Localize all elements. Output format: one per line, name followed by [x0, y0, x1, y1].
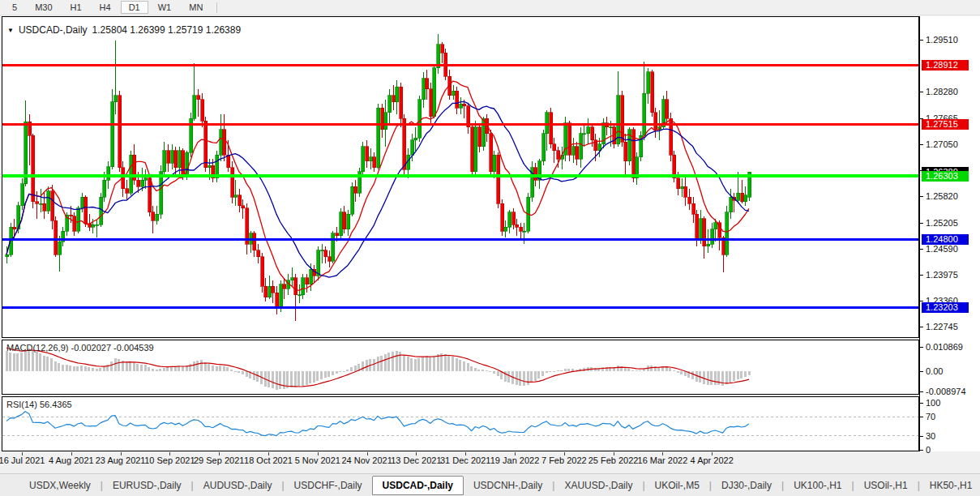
tab-divider: |	[850, 480, 856, 491]
rsi-chart[interactable]	[2, 397, 918, 451]
price-axis[interactable]: 1.295101.282801.276651.270501.264351.258…	[919, 16, 980, 451]
date-label: 16 Jul 2021	[0, 455, 45, 465]
timeframe-button-d1[interactable]: D1	[121, 1, 148, 14]
price-tick-dash	[920, 327, 923, 327]
macd-panel[interactable]: MACD(12,26,9) -0.002027 -0.004539	[2, 340, 919, 395]
hline-price-label: 1.24800	[922, 234, 969, 245]
tab-hk50-h1[interactable]: HK50-,H1	[922, 477, 980, 494]
date-label: 4 Aug 2021	[49, 455, 94, 465]
price-tick: 1.25205	[926, 218, 958, 229]
price-tick-dash	[920, 223, 923, 224]
hline-price-label: 1.28912	[922, 60, 969, 71]
mt4-window: 5M30H1H4D1W1MN ▼ USDCAD-,Daily 1.25804 1…	[0, 0, 980, 496]
rsi-tick: 30	[926, 431, 935, 442]
rsi-panel[interactable]: RSI(14) 56.4365	[2, 396, 919, 451]
tab-divider: |	[190, 480, 195, 491]
date-axis[interactable]: 16 Jul 20214 Aug 202123 Aug 202110 Sep 2…	[2, 452, 919, 472]
timeframe-button-5[interactable]: 5	[4, 1, 25, 14]
chart-title-row: ▼ USDCAD-,Daily 1.25804 1.26399 1.25719 …	[7, 24, 241, 36]
date-label: 18 Oct 2021	[244, 455, 293, 465]
tab-divider: |	[99, 480, 105, 491]
timeframe-button-h4[interactable]: H4	[92, 1, 119, 14]
price-tick-dash	[920, 275, 923, 276]
price-tick-dash	[920, 196, 923, 197]
chart-ohlc-values: 1.25804 1.26399 1.25719 1.26389	[92, 24, 242, 36]
macd-tick: -0.008974	[926, 387, 966, 397]
date-label: 25 Feb 2022	[588, 455, 639, 465]
rsi-tick-dash	[920, 450, 923, 451]
macd-tick: 0.00	[926, 366, 943, 377]
tab-divider: |	[550, 480, 556, 491]
price-tick-dash	[920, 144, 923, 145]
price-tick-dash	[920, 249, 923, 250]
timeframe-button-mn[interactable]: MN	[181, 1, 211, 14]
date-label: 4 Apr 2022	[691, 455, 734, 465]
rsi-tick: 100	[926, 398, 940, 408]
tab-divider: |	[640, 480, 646, 491]
price-tick: 1.29510	[926, 35, 958, 45]
price-tick-dash	[920, 40, 923, 41]
price-tick: 1.28280	[926, 87, 958, 97]
date-label: 23 Aug 2021	[96, 455, 146, 465]
macd-tick-dash	[920, 371, 923, 372]
tab-xauusd-daily[interactable]: XAUUSD-,Daily	[556, 477, 640, 494]
date-label: 24 Nov 2021	[341, 455, 392, 465]
tab-usdchf-daily[interactable]: USDCHF-,Daily	[286, 477, 370, 494]
date-label: 13 Dec 2021	[391, 455, 441, 465]
tab-uk100-h1[interactable]: UK100-,H1	[785, 477, 849, 494]
macd-label: MACD(12,26,9) -0.002027 -0.004539	[6, 343, 154, 353]
macd-tick: 0.010869	[926, 342, 963, 353]
price-tick: 1.23975	[926, 270, 958, 280]
price-tick: 1.25820	[926, 191, 958, 202]
tab-eurusd-daily[interactable]: EURUSD-,Daily	[105, 477, 190, 494]
tab-divider: |	[708, 480, 713, 491]
timeframe-button-m30[interactable]: M30	[27, 1, 60, 14]
hline-price-label: 1.23203	[922, 302, 969, 313]
candlestick-chart[interactable]	[2, 17, 918, 337]
timeframe-button-w1[interactable]: W1	[150, 1, 180, 14]
main-chart-panel[interactable]: ▼ USDCAD-,Daily 1.25804 1.26399 1.25719 …	[2, 16, 919, 338]
chart-tab-bar: USDX,Weekly|EURUSD-,Daily|AUDUSD-,Daily|…	[0, 473, 980, 496]
date-label: 10 Sep 2021	[144, 455, 195, 465]
tab-usdcad-daily[interactable]: USDCAD-,Daily	[372, 476, 464, 495]
date-label: 5 Nov 2021	[295, 455, 340, 465]
rsi-label: RSI(14) 56.4365	[6, 400, 72, 409]
timeframe-button-h1[interactable]: H1	[62, 1, 90, 14]
rsi-tick-dash	[920, 436, 923, 437]
collapse-chart-icon[interactable]: ▼	[7, 27, 14, 34]
tab-divider: |	[916, 480, 922, 491]
price-tick: 1.24590	[926, 244, 958, 254]
price-tick: 1.27050	[926, 139, 958, 150]
macd-tick-dash	[920, 347, 923, 348]
tab-audusd-daily[interactable]: AUDUSD-,Daily	[195, 477, 280, 494]
hline-price-label: 1.27515	[922, 119, 969, 130]
chart-symbol-label: USDCAD-,Daily	[19, 24, 88, 36]
tab-usdcnh-daily[interactable]: USDCNH-,Daily	[465, 477, 550, 494]
price-tick-dash	[920, 92, 923, 92]
rsi-tick-dash	[920, 403, 923, 404]
tab-dj30-daily[interactable]: DJ30-,Daily	[713, 477, 780, 494]
tab-divider: |	[780, 480, 785, 491]
tab-divider: |	[280, 480, 285, 491]
date-label: 7 Feb 2022	[541, 455, 587, 465]
toolbar-separator	[216, 2, 217, 13]
hline-price-label: 1.26303	[922, 171, 969, 182]
rsi-tick: 70	[926, 412, 935, 422]
macd-tick-dash	[920, 391, 923, 392]
rsi-tick-dash	[920, 417, 923, 417]
date-label: 31 Dec 2021	[440, 455, 490, 465]
timeframe-toolbar: 5M30H1H4D1W1MN	[0, 0, 980, 15]
date-label: 29 Sep 2021	[194, 455, 244, 465]
rsi-tick: 0	[926, 445, 931, 455]
price-tick: 1.22745	[926, 322, 958, 332]
tab-ukoil-m5[interactable]: UKOil-,M5	[647, 477, 708, 494]
tab-usdx-weekly[interactable]: USDX,Weekly	[21, 477, 99, 494]
tab-usoil-h1[interactable]: USOil-,H1	[856, 477, 916, 494]
date-label: 19 Jan 2022	[490, 455, 540, 465]
date-label: 16 Mar 2022	[638, 455, 688, 465]
